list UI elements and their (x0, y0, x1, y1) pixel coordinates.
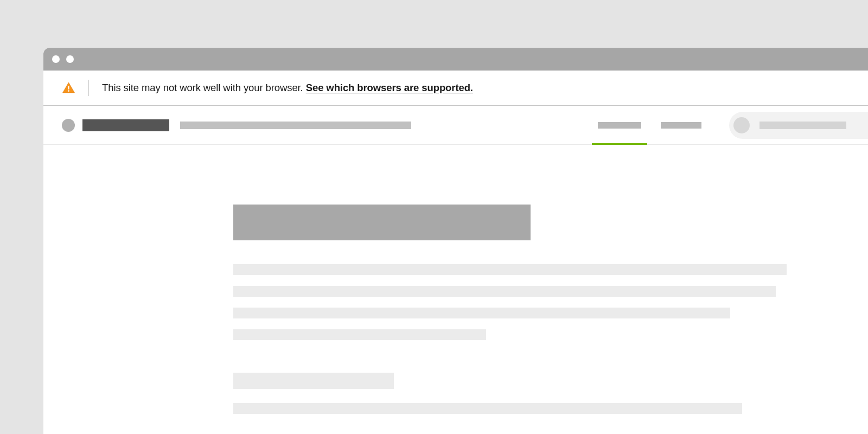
site-header (43, 106, 868, 145)
section-placeholder (233, 373, 868, 414)
browser-compat-alert: This site may not work well with your br… (43, 71, 868, 106)
alert-message: This site may not work well with your br… (102, 82, 473, 94)
svg-point-1 (68, 90, 69, 92)
supported-browsers-link[interactable]: See which browsers are supported. (306, 82, 473, 93)
paragraph-placeholder (233, 264, 868, 340)
text-line-placeholder (233, 286, 776, 297)
page-heading-placeholder (233, 205, 531, 240)
page-content (43, 145, 868, 414)
alert-divider (88, 80, 89, 96)
svg-rect-0 (68, 86, 69, 90)
nav-tab-1[interactable] (592, 106, 647, 145)
user-name-placeholder (760, 122, 846, 129)
warning-icon (62, 81, 75, 94)
nav-tab-label-placeholder (661, 122, 701, 129)
nav-tab-label-placeholder (598, 122, 641, 129)
window-close-button[interactable] (52, 55, 60, 63)
text-line-placeholder (233, 308, 730, 318)
site-subtitle-placeholder (180, 122, 411, 129)
text-line-placeholder (233, 329, 486, 340)
alert-message-text: This site may not work well with your br… (102, 82, 306, 93)
window-titlebar (43, 48, 868, 71)
browser-window: This site may not work well with your br… (43, 48, 868, 434)
window-minimize-button[interactable] (66, 55, 74, 63)
nav-tab-2[interactable] (655, 106, 707, 145)
subheading-placeholder (233, 373, 394, 389)
user-menu[interactable] (729, 112, 868, 139)
text-line-placeholder (233, 403, 742, 414)
site-title-placeholder (82, 119, 169, 131)
text-line-placeholder (233, 264, 787, 275)
site-logo[interactable] (62, 119, 75, 132)
avatar (733, 117, 750, 133)
